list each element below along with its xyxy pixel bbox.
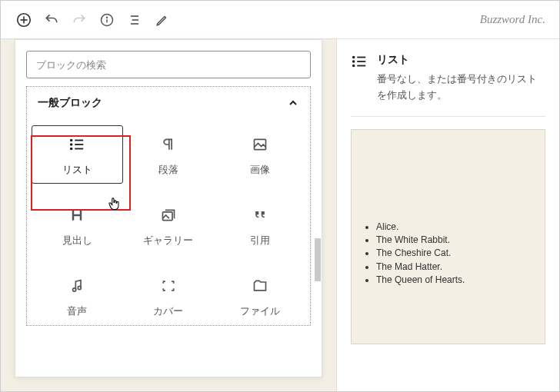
inserter-scrollbar[interactable] <box>315 238 321 281</box>
block-label: 段落 <box>158 163 178 177</box>
chevron-up-icon <box>287 97 299 109</box>
block-item-gallery[interactable]: ギャラリー <box>123 196 215 254</box>
svg-point-11 <box>71 144 72 145</box>
block-item-heading[interactable]: 見出し <box>32 196 123 254</box>
quote-icon <box>251 206 269 224</box>
add-block-button[interactable] <box>10 6 38 34</box>
info-button[interactable] <box>93 6 121 34</box>
audio-icon <box>68 277 86 295</box>
paragraph-icon <box>159 135 178 154</box>
preview-list-item: Alice. <box>376 221 534 234</box>
svg-point-5 <box>107 17 108 18</box>
heading-icon <box>68 206 86 224</box>
block-item-file[interactable]: ファイル <box>214 267 305 325</box>
cover-icon <box>159 277 178 295</box>
svg-point-26 <box>353 65 355 67</box>
brand-label: Buzzword Inc. <box>480 13 550 26</box>
redo-button[interactable] <box>65 6 93 34</box>
edit-button[interactable] <box>148 6 176 34</box>
block-inserter-panel: 一般ブロック リスト <box>15 39 322 377</box>
block-sidebar-panel: リスト 番号なし、または番号付きのリストを作成します。 Alice. The W… <box>336 39 559 391</box>
outline-button[interactable] <box>121 6 148 34</box>
divider <box>351 116 545 117</box>
block-label: 音声 <box>67 304 87 318</box>
preview-list-item: The Cheshire Cat. <box>376 247 534 260</box>
block-item-audio[interactable]: 音声 <box>32 267 123 325</box>
preview-list-item: The White Rabbit. <box>376 234 534 247</box>
block-item-quote[interactable]: 引用 <box>214 196 305 254</box>
gallery-icon <box>159 206 178 224</box>
block-label: ギャラリー <box>143 234 193 247</box>
sidebar-block-title: リスト <box>377 53 545 67</box>
block-item-list[interactable]: リスト <box>32 125 123 184</box>
svg-point-20 <box>73 288 76 291</box>
svg-point-9 <box>71 140 72 141</box>
category-header[interactable]: 一般ブロック <box>27 87 310 119</box>
block-item-cover[interactable]: カバー <box>123 267 215 325</box>
undo-button[interactable] <box>38 6 65 34</box>
block-item-paragraph[interactable]: 段落 <box>123 125 215 184</box>
category-common-blocks: 一般ブロック リスト <box>26 86 311 326</box>
sidebar-block-desc: 番号なし、または番号付きのリストを作成します。 <box>377 71 545 104</box>
svg-point-22 <box>353 57 355 58</box>
preview-list-item: The Mad Hatter. <box>376 261 534 274</box>
block-label: 画像 <box>250 163 270 177</box>
top-toolbar: Buzzword Inc. <box>1 1 559 39</box>
block-search-input[interactable] <box>26 51 311 78</box>
svg-point-13 <box>71 148 72 150</box>
category-title: 一般ブロック <box>38 96 102 110</box>
block-label: 見出し <box>62 234 92 247</box>
list-icon <box>351 53 368 104</box>
preview-list-item: The Queen of Hearts. <box>376 274 534 287</box>
file-icon <box>251 277 269 295</box>
svg-point-21 <box>78 286 82 289</box>
block-label: カバー <box>153 304 183 318</box>
image-icon <box>251 135 269 154</box>
list-icon <box>68 135 86 154</box>
block-label: 引用 <box>250 234 270 247</box>
block-item-image[interactable]: 画像 <box>214 125 305 184</box>
block-label: リスト <box>62 163 92 177</box>
block-label: ファイル <box>240 304 280 318</box>
block-preview: Alice. The White Rabbit. The Cheshire Ca… <box>351 129 545 344</box>
svg-point-24 <box>353 61 355 62</box>
